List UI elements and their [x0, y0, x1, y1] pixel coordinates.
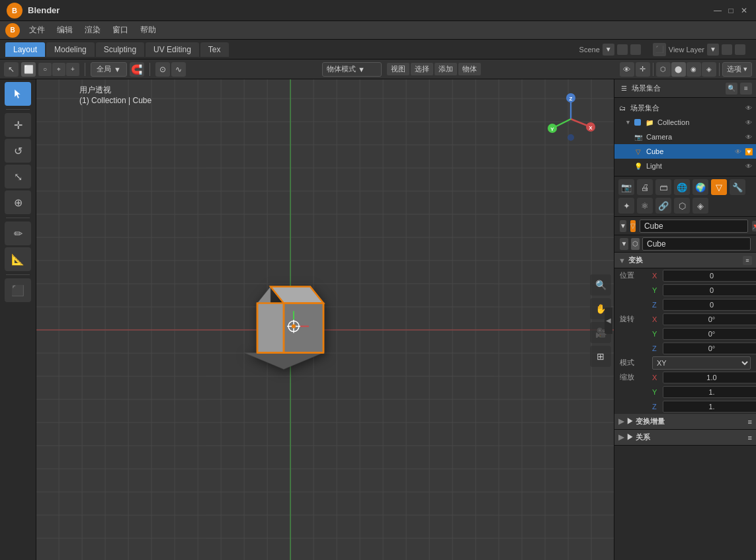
- panel-collapse-btn[interactable]: ◀: [605, 307, 612, 334]
- props-view-dropdown[interactable]: ▼: [620, 220, 626, 232]
- delta-transform-section[interactable]: ▶ ▶ 变换增量 ≡: [614, 414, 756, 430]
- cube-visibility-icon[interactable]: 👁: [734, 147, 743, 156]
- tree-item-camera[interactable]: 📷 Camera 👁: [614, 130, 756, 144]
- cube-filter-icon[interactable]: 🔽: [744, 147, 753, 156]
- rotation-mode-select[interactable]: XYZ XY: [652, 356, 751, 370]
- cursor-tool-icon[interactable]: ↖: [4, 62, 19, 77]
- delta-menu-icon[interactable]: ≡: [748, 418, 752, 426]
- solid-shading-icon[interactable]: ⬤: [671, 62, 686, 77]
- pin-icon[interactable]: 📌: [752, 221, 756, 231]
- menu-window[interactable]: 窗口: [107, 22, 134, 38]
- root-visibility-icon[interactable]: 👁: [744, 103, 753, 112]
- viewport-3d[interactable]: 用户透视 (1) Collection | Cube Z X Y: [36, 79, 614, 560]
- rotation-x-input[interactable]: [663, 313, 756, 325]
- measure-tool-btn[interactable]: 📐: [5, 247, 31, 271]
- proportional-edit-icon[interactable]: ⊙: [155, 62, 170, 77]
- snap-icon[interactable]: 🧲: [130, 62, 144, 77]
- annotate-tool-btn[interactable]: ✏: [5, 221, 31, 245]
- menu-help[interactable]: 帮助: [135, 22, 161, 38]
- location-y-input[interactable]: [663, 284, 756, 296]
- collection-visibility-icon[interactable]: 👁: [744, 118, 753, 127]
- prop-data-icon[interactable]: ⬡: [674, 198, 690, 214]
- cube-3d-object[interactable]: [237, 266, 343, 374]
- add-menu[interactable]: 添加: [435, 63, 457, 75]
- transform-tool-btn[interactable]: ⊕: [5, 190, 31, 214]
- prop-scene-icon[interactable]: 🌐: [674, 179, 690, 195]
- select-circle-icon[interactable]: ○: [38, 63, 52, 76]
- select-menu[interactable]: 选择: [411, 63, 433, 75]
- rotation-z-input[interactable]: [663, 342, 756, 354]
- minimize-button[interactable]: —: [712, 5, 723, 16]
- tab-layout[interactable]: Layout: [5, 42, 45, 57]
- tree-item-light[interactable]: 💡 Light 👁: [614, 159, 756, 173]
- viewlayer-menu-btn[interactable]: ▼: [707, 44, 719, 56]
- camera-visibility-icon[interactable]: 👁: [744, 132, 753, 141]
- prop-output-icon[interactable]: 🖨: [637, 179, 653, 195]
- scale-y-input[interactable]: [663, 386, 756, 398]
- transform-menu-icon[interactable]: ≡: [743, 256, 752, 265]
- filter-icon[interactable]: ≡: [740, 83, 752, 95]
- material-preview-icon[interactable]: ◉: [687, 62, 701, 77]
- prop-world-icon[interactable]: 🌍: [693, 179, 708, 195]
- prop-render-icon[interactable]: 📷: [618, 179, 634, 195]
- tab-tex[interactable]: Tex: [200, 42, 229, 57]
- prop-constraints-icon[interactable]: 🔗: [655, 198, 671, 214]
- relations-menu-icon[interactable]: ≡: [748, 434, 752, 442]
- scene-menu-btn[interactable]: ▼: [603, 44, 614, 56]
- scale-z-input[interactable]: [663, 401, 756, 413]
- menu-file[interactable]: 文件: [24, 22, 50, 38]
- mesh-name-input[interactable]: [642, 237, 751, 251]
- viewport-shading-icon[interactable]: 👁: [620, 62, 634, 77]
- close-button[interactable]: ✕: [739, 5, 749, 16]
- tab-sculpting[interactable]: Sculpting: [96, 42, 144, 57]
- tree-item-collection[interactable]: ▼ 📁 Collection 👁: [614, 115, 756, 130]
- tab-uv-editing[interactable]: UV Editing: [146, 42, 199, 57]
- tab-modeling[interactable]: Modeling: [46, 42, 95, 57]
- prop-physics-icon[interactable]: ⚛: [637, 198, 653, 214]
- viewlayer-remove-btn[interactable]: [735, 44, 745, 55]
- grid-view-btn[interactable]: ⊞: [590, 346, 611, 367]
- select-tool-btn[interactable]: [5, 82, 31, 106]
- viewport-gizmo[interactable]: Z X Y: [544, 93, 597, 145]
- select-click-icon[interactable]: +: [66, 63, 79, 76]
- view-menu[interactable]: 视图: [387, 63, 409, 75]
- object-menu[interactable]: 物体: [458, 63, 481, 75]
- prop-material-icon[interactable]: ◈: [693, 198, 708, 214]
- prop-particles-icon[interactable]: ✦: [618, 198, 634, 214]
- search-icon[interactable]: 🔍: [726, 83, 737, 95]
- rotate-tool-btn[interactable]: ↺: [5, 139, 31, 163]
- scene-new-btn[interactable]: [617, 44, 628, 55]
- prop-modifier-icon[interactable]: 🔧: [730, 179, 745, 195]
- collection-checkbox[interactable]: [633, 118, 642, 127]
- data-view-dropdown[interactable]: ▼: [620, 238, 628, 250]
- scale-x-input[interactable]: [663, 372, 756, 383]
- light-visibility-icon[interactable]: 👁: [744, 161, 753, 171]
- object-name-input[interactable]: [640, 220, 748, 233]
- location-x-input[interactable]: [663, 270, 756, 282]
- rendered-icon[interactable]: ◈: [702, 62, 716, 77]
- add-cube-btn[interactable]: ⬛: [5, 278, 31, 302]
- transform-orientation-dropdown[interactable]: 全局 ▼: [91, 62, 127, 77]
- location-z-input[interactable]: [663, 299, 756, 311]
- wireframe-icon[interactable]: ⬡: [656, 62, 671, 77]
- menu-render[interactable]: 渲染: [79, 22, 106, 38]
- select-lasso-icon[interactable]: ⌖: [52, 63, 65, 76]
- tree-item-cube[interactable]: ▽ Cube 👁 🔽: [614, 144, 756, 159]
- object-mode-dropdown[interactable]: 物体模式 ▼: [322, 62, 382, 77]
- blender-icon[interactable]: B: [5, 23, 20, 38]
- transform-section-title[interactable]: ▼ 变换 ≡: [614, 253, 756, 268]
- move-tool-btn[interactable]: ✛: [5, 113, 31, 137]
- gizmo-icon[interactable]: ✛: [636, 62, 650, 77]
- zoom-in-btn[interactable]: 🔍: [590, 274, 611, 296]
- menu-edit[interactable]: 编辑: [52, 22, 78, 38]
- viewlayer-new-btn[interactable]: [722, 44, 732, 55]
- prop-view-layer-icon[interactable]: 🗃: [655, 179, 671, 195]
- relations-section[interactable]: ▶ ▶ 关系 ≡: [614, 430, 756, 446]
- scale-tool-btn[interactable]: ⤡: [5, 165, 31, 188]
- prop-object-icon[interactable]: ▽: [711, 179, 727, 195]
- maximize-button[interactable]: □: [726, 5, 736, 16]
- tree-item-root[interactable]: 🗂 场景集合 👁: [614, 100, 756, 115]
- rotation-y-input[interactable]: [663, 328, 756, 340]
- snap-element-icon[interactable]: ∿: [171, 62, 186, 77]
- options-dropdown[interactable]: 选项 ▾: [722, 62, 752, 77]
